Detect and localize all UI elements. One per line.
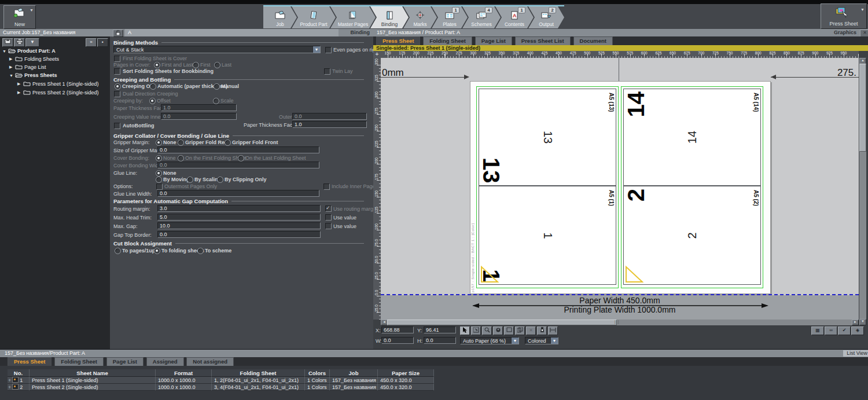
workflow-step-job[interactable]: Job (263, 6, 297, 28)
tab-assigned[interactable]: Assigned (146, 357, 184, 366)
tree-item-folding-sheets[interactable]: ▶ Folding Sheets (9, 56, 59, 63)
cell-paper-size[interactable]: 450.0 x 320.0 (378, 377, 434, 384)
cell-paper-size[interactable]: 450.0 x 320.0 (378, 384, 434, 391)
cell-job[interactable]: 157_Без названия (330, 377, 378, 384)
page-cell-13[interactable]: A5 (13) 13 13 (479, 89, 616, 186)
forward-button[interactable]: » (86, 38, 97, 47)
link-sheets-button[interactable]: ∞ (825, 326, 837, 335)
autobottling-checkbox[interactable] (114, 123, 120, 129)
more-actions-dropdown[interactable]: ▼ (25, 38, 39, 47)
h-scrollbar[interactable]: ◄ ► ||| (381, 320, 859, 325)
cut-folding-radio[interactable] (154, 248, 160, 254)
zoom-tool-button[interactable] (482, 326, 492, 335)
tab-not-assigned[interactable]: Not assigned (186, 357, 234, 366)
pan-tool-button[interactable] (493, 326, 503, 335)
col-no[interactable]: No. (8, 369, 30, 377)
cell-format[interactable]: 1000.0 x 1000.0 (156, 384, 212, 391)
collapsed-arrow-icon[interactable]: ▶ (9, 57, 13, 61)
tree-item-press-sheets[interactable]: ▼ Press Sheets (9, 72, 57, 79)
new-button[interactable]: ▼ New (3, 5, 36, 29)
chevron-down-icon[interactable]: ▼ (511, 337, 518, 344)
tab-press-sheet-bottom[interactable]: Press Sheet (8, 357, 52, 366)
tab-folding-sheet-bottom[interactable]: Folding Sheet (54, 357, 104, 366)
page-cell-14[interactable]: A5 (14) 14 14 (623, 89, 761, 186)
list-view-button[interactable]: List View (843, 350, 868, 357)
lock-icon[interactable] (113, 30, 123, 37)
h-scroll-thumb[interactable] (387, 320, 617, 325)
cut-pages-radio[interactable] (115, 248, 121, 254)
routing-input[interactable] (157, 205, 321, 212)
cell-colors[interactable]: 1 Colors (305, 377, 330, 384)
v-scroll-thumb[interactable] (859, 64, 866, 152)
w-input[interactable] (381, 337, 414, 344)
page-cell-1[interactable]: A5 (1) 1 1 (479, 186, 616, 285)
sort-bookbinding-checkbox[interactable] (114, 68, 120, 75)
table-row[interactable]: +1 Press Sheet 1 (Single-sided) 1000.0 x… (8, 377, 434, 384)
cell-colors[interactable]: 1 Colors (305, 384, 330, 391)
tree-item-product-part[interactable]: ▼ Product Part: A (2, 47, 56, 54)
product-part-name-field[interactable]: A (125, 29, 339, 36)
gripper-rear-radio[interactable] (178, 140, 184, 146)
chevron-down-icon[interactable]: ▼ (550, 337, 558, 344)
h-scroll-grip[interactable]: ||| (615, 320, 619, 324)
glue-width-input[interactable] (157, 190, 319, 197)
workflow-step-output[interactable]: 2 Output (528, 6, 564, 28)
gripper-front-radio[interactable] (225, 140, 231, 146)
workflow-step-binding[interactable]: Binding (370, 6, 409, 28)
ruler-origin-icon[interactable]: + (373, 51, 381, 58)
cut-scheme-radio[interactable] (197, 248, 204, 254)
tab-page-list[interactable]: Page List (475, 36, 512, 45)
creeping-manual-radio[interactable] (214, 83, 220, 90)
beamer-button[interactable]: ◈ (851, 326, 864, 335)
creeping-off-radio[interactable] (115, 83, 121, 90)
cell-sheet-name[interactable]: Press Sheet 2 (Single-sided) (30, 384, 156, 391)
color-mode-select[interactable]: Colored ▼ (525, 337, 558, 344)
expanded-arrow-icon[interactable]: ▼ (2, 49, 6, 53)
workflow-step-plates[interactable]: 1 Plates (432, 6, 468, 28)
pages-tool-button[interactable] (515, 326, 525, 335)
glue-clipping-radio[interactable] (217, 177, 223, 183)
print-button[interactable] (14, 38, 25, 47)
save-button[interactable] (2, 38, 13, 47)
tree-item-press-sheet-1[interactable]: ▶ Press Sheet 1 (Single-sided) (17, 80, 99, 87)
cell-job[interactable]: 157_Без названия (330, 384, 378, 391)
sheet-canvas[interactable]: 0mm 275. A5 (13) 13 13 A5 (1) 1 (381, 58, 859, 320)
workflow-step-contents[interactable]: 1 A Contents (495, 6, 534, 28)
plate-view-button[interactable]: ▦ (811, 326, 824, 335)
glue-scaling-radio[interactable] (187, 177, 193, 183)
cell-folding-sheet[interactable]: 1, 2(F04-01_ui_2x1, F04-01_ui_2x1) (212, 377, 305, 384)
collapsed-arrow-icon[interactable]: ▶ (9, 65, 13, 69)
press-sheet[interactable]: A5 (13) 13 13 A5 (1) 1 1 A5 (14) 14 (470, 81, 771, 294)
glue-moving-radio[interactable] (156, 177, 162, 183)
use-value-gap-checkbox[interactable] (325, 223, 332, 229)
h-input[interactable] (424, 337, 456, 344)
glue-none-radio[interactable] (156, 170, 162, 177)
frame-tool-button[interactable] (504, 326, 514, 335)
page-cell-2[interactable]: A5 (2) 2 2 (623, 186, 761, 285)
workflow-step-master-pages[interactable]: Master Pages (330, 6, 376, 28)
apply-button[interactable]: ✔ (838, 326, 851, 335)
col-folding-sheet[interactable]: Folding Sheet (212, 369, 305, 377)
tree-item-page-list[interactable]: ▶ Page List (9, 64, 46, 71)
use-value-head-checkbox[interactable] (325, 214, 332, 221)
workflow-step-product-part[interactable]: Product Part (292, 6, 336, 28)
creeping-auto-radio[interactable] (150, 83, 156, 90)
workflow-step-schemes[interactable]: 4 Schemes (462, 6, 501, 28)
tab-document[interactable]: Document (573, 36, 613, 45)
cell-format[interactable]: 1000.0 x 1000.0 (156, 377, 212, 384)
size-gripper-input[interactable] (157, 146, 319, 153)
col-colors[interactable]: Colors (305, 369, 330, 377)
ink-tool-button[interactable] (537, 326, 547, 335)
new-dropdown-arrow-icon[interactable]: ▼ (30, 8, 34, 12)
gap-top-input[interactable] (157, 231, 321, 238)
head-trim-input[interactable] (157, 214, 321, 221)
press-sheet-view-button[interactable]: ▼ Press Sheet (821, 3, 867, 29)
expanded-arrow-icon[interactable]: ▼ (9, 74, 13, 78)
cell-sheet-name[interactable]: Press Sheet 1 (Single-sided) (30, 377, 156, 384)
cell-no[interactable]: +1 (8, 377, 30, 384)
col-format[interactable]: Format (156, 369, 212, 377)
collapsed-arrow-icon[interactable]: ▶ (17, 90, 21, 95)
tab-press-sheet[interactable]: Press Sheet (376, 36, 420, 45)
tab-page-list-bottom[interactable]: Page List (106, 357, 144, 366)
tree-item-press-sheet-2[interactable]: ▶ Press Sheet 2 (Single-sided) (17, 89, 99, 96)
